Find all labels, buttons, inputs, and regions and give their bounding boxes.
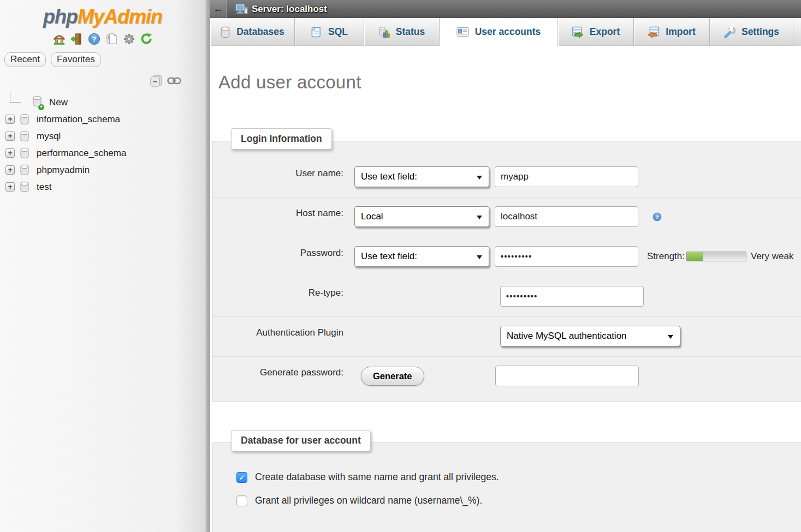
- generate-password-label: Generate password:: [212, 366, 343, 378]
- help-icon[interactable]: ?: [88, 33, 100, 45]
- server-topbar: ← Server: localhost: [210, 0, 801, 18]
- tree-item-database[interactable]: + phpmyadmin: [0, 162, 205, 178]
- expand-icon[interactable]: +: [5, 131, 15, 141]
- create-database-option[interactable]: ✓ Create database with same name and gra…: [236, 471, 801, 483]
- tab-label: Settings: [741, 26, 779, 38]
- retype-row: Re-type:: [212, 277, 801, 317]
- tab-label: Import: [666, 26, 695, 38]
- database-icon: [20, 130, 29, 142]
- password-type-select[interactable]: Use text field:: [354, 246, 489, 267]
- tab-status[interactable]: Status: [364, 18, 440, 46]
- new-database-icon: +: [27, 95, 42, 109]
- home-icon[interactable]: [53, 33, 66, 45]
- tree-item-database[interactable]: + mysql: [0, 128, 205, 145]
- login-information-fieldset: Login Information User name: Use text fi…: [212, 141, 801, 402]
- link-panel-icon[interactable]: [167, 76, 181, 85]
- password-label: Password:: [212, 246, 343, 259]
- tab-label: SQL: [328, 26, 348, 38]
- back-arrow-button[interactable]: ←: [210, 0, 227, 18]
- chevron-down-icon: [477, 255, 482, 262]
- tree-item-label[interactable]: test: [37, 182, 51, 193]
- tab-label: Databases: [236, 26, 284, 38]
- tab-sql[interactable]: SQL: [295, 18, 364, 46]
- hostname-input[interactable]: [495, 206, 638, 227]
- reload-icon[interactable]: [140, 33, 153, 45]
- strength-text: Very weak: [751, 251, 793, 262]
- database-tree: + New + information_schema + mysql +: [0, 94, 205, 195]
- export-icon: [572, 26, 584, 38]
- username-type-select[interactable]: Use text field:: [354, 166, 489, 187]
- checkbox-label[interactable]: Create database with same name and grant…: [255, 471, 499, 483]
- auth-plugin-select[interactable]: Native MySQL authentication: [500, 326, 680, 346]
- tree-connector: [10, 91, 21, 103]
- database-icon: [20, 164, 29, 176]
- settings-icon[interactable]: [123, 33, 135, 45]
- database-icon: [20, 113, 29, 125]
- strength-meter: [686, 252, 746, 261]
- password-input[interactable]: [495, 246, 638, 267]
- retype-label: Re-type:: [212, 286, 343, 298]
- generated-password-input[interactable]: [495, 366, 639, 386]
- tab-settings[interactable]: Settings: [710, 18, 793, 46]
- auth-plugin-row: Authentication Plugin Native MySQL authe…: [212, 317, 801, 357]
- page-title: Add user account: [218, 72, 801, 93]
- tab-bar: Databases SQL Status: [210, 18, 801, 46]
- auth-plugin-label: Authentication Plugin: [212, 326, 343, 338]
- sidebar-splitter[interactable]: [205, 0, 210, 532]
- svg-text:?: ?: [92, 35, 96, 43]
- username-input[interactable]: [495, 166, 638, 187]
- user-accounts-icon: [456, 27, 469, 37]
- navigation-sidebar: phpMyAdmin ?: [0, 0, 205, 532]
- tree-item-label[interactable]: information_schema: [37, 114, 120, 125]
- tree-item-database[interactable]: + test: [0, 178, 205, 195]
- tree-item-label[interactable]: phpmyadmin: [37, 165, 90, 176]
- checkbox-checked-icon[interactable]: ✓: [236, 472, 247, 483]
- retype-password-input[interactable]: [500, 286, 644, 307]
- expand-icon[interactable]: +: [5, 165, 15, 175]
- expand-icon[interactable]: +: [5, 182, 15, 192]
- grant-wildcard-option[interactable]: Grant all privileges on wildcard name (u…: [236, 495, 801, 506]
- checkbox-label[interactable]: Grant all privileges on wildcard name (u…: [255, 495, 482, 506]
- expand-icon[interactable]: +: [5, 148, 15, 158]
- tab-databases[interactable]: Databases: [210, 18, 295, 46]
- tree-item-label[interactable]: mysql: [37, 131, 61, 142]
- tab-import[interactable]: Import: [634, 18, 710, 46]
- plus-badge-icon: +: [38, 104, 45, 111]
- recent-button[interactable]: Recent: [4, 52, 46, 67]
- database-icon: [20, 181, 29, 193]
- hostname-row: Host name: Local ?: [212, 198, 801, 237]
- hostname-help-icon[interactable]: ?: [652, 212, 662, 222]
- phpmyadmin-logo[interactable]: phpMyAdmin: [0, 0, 205, 28]
- database-icon: [20, 147, 29, 159]
- tab-label: Status: [396, 26, 425, 38]
- chevron-down-icon: [477, 216, 482, 222]
- documentation-icon[interactable]: [105, 33, 118, 45]
- server-title: Server: localhost: [252, 4, 327, 15]
- generate-button[interactable]: Generate: [361, 367, 424, 386]
- hostname-type-select[interactable]: Local: [354, 206, 489, 227]
- tree-controls: [0, 74, 181, 87]
- tree-item-database[interactable]: + performance_schema: [0, 145, 205, 162]
- tree-item-label[interactable]: New: [49, 97, 68, 108]
- tab-label: User accounts: [475, 26, 541, 38]
- database-for-user-fieldset: Database for user account ✓ Create datab…: [212, 443, 801, 532]
- password-row: Password: Use text field: Strength: Very…: [212, 237, 801, 277]
- sql-icon: [311, 26, 322, 38]
- log-out-icon[interactable]: [70, 33, 83, 45]
- collapse-all-icon[interactable]: [149, 74, 163, 88]
- tab-user-accounts[interactable]: User accounts: [440, 18, 558, 46]
- wrench-icon: [723, 26, 735, 38]
- expand-icon[interactable]: +: [5, 115, 15, 124]
- tree-item-new[interactable]: + New: [0, 94, 205, 111]
- username-row: User name: Use text field:: [212, 158, 801, 198]
- tab-export[interactable]: Export: [558, 18, 634, 46]
- strength-label: Strength:: [647, 251, 685, 262]
- checkbox-unchecked-icon[interactable]: [236, 495, 247, 506]
- chevron-down-icon: [477, 176, 482, 182]
- sidebar-toolbar: ?: [0, 32, 205, 46]
- page-content: Add user account Login Information User …: [210, 72, 801, 532]
- server-icon: [235, 3, 248, 15]
- tree-item-database[interactable]: + information_schema: [0, 111, 205, 128]
- favorites-button[interactable]: Favorites: [51, 52, 101, 67]
- tree-item-label[interactable]: performance_schema: [37, 148, 126, 159]
